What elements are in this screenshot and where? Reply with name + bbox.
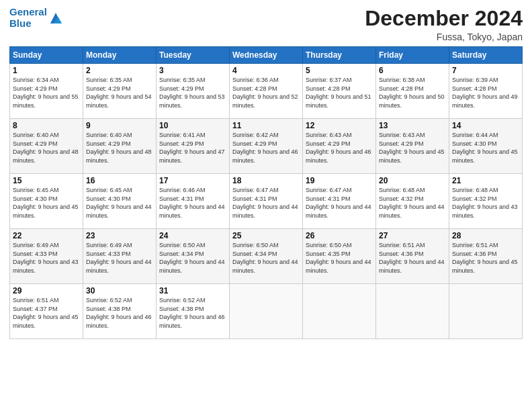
logo-blue: Blue xyxy=(9,17,32,29)
calendar-header-row: Sunday Monday Tuesday Wednesday Thursday… xyxy=(10,47,523,64)
day-info: Sunrise: 6:51 AMSunset: 4:37 PMDaylight:… xyxy=(13,297,79,329)
table-row: 16 Sunrise: 6:45 AMSunset: 4:30 PMDaylig… xyxy=(83,174,157,229)
day-info: Sunrise: 6:45 AMSunset: 4:30 PMDaylight:… xyxy=(86,187,152,219)
table-row: 11 Sunrise: 6:42 AMSunset: 4:29 PMDaylig… xyxy=(230,119,303,174)
day-number: 20 xyxy=(379,176,446,185)
table-row: 28 Sunrise: 6:51 AMSunset: 4:36 PMDaylig… xyxy=(449,229,523,284)
day-number: 14 xyxy=(452,121,519,130)
col-monday: Monday xyxy=(83,47,157,64)
day-info: Sunrise: 6:43 AMSunset: 4:29 PMDaylight:… xyxy=(379,132,445,164)
table-row: 3 Sunrise: 6:35 AMSunset: 4:29 PMDayligh… xyxy=(157,64,230,119)
table-row: 22 Sunrise: 6:49 AMSunset: 4:33 PMDaylig… xyxy=(10,229,83,284)
logo-general: General xyxy=(9,6,47,17)
day-info: Sunrise: 6:48 AMSunset: 4:32 PMDaylight:… xyxy=(452,187,518,219)
day-info: Sunrise: 6:49 AMSunset: 4:33 PMDaylight:… xyxy=(13,242,79,274)
day-number: 11 xyxy=(232,121,300,130)
day-info: Sunrise: 6:46 AMSunset: 4:31 PMDaylight:… xyxy=(159,187,225,219)
table-row: 1 Sunrise: 6:34 AMSunset: 4:29 PMDayligh… xyxy=(10,64,83,119)
table-row xyxy=(230,284,303,339)
day-info: Sunrise: 6:34 AMSunset: 4:29 PMDaylight:… xyxy=(13,77,79,109)
day-number: 27 xyxy=(379,231,446,240)
table-row: 14 Sunrise: 6:44 AMSunset: 4:30 PMDaylig… xyxy=(449,119,523,174)
day-info: Sunrise: 6:41 AMSunset: 4:29 PMDaylight:… xyxy=(159,132,225,164)
day-number: 19 xyxy=(306,176,373,185)
day-info: Sunrise: 6:47 AMSunset: 4:31 PMDaylight:… xyxy=(306,187,371,219)
location: Fussa, Tokyo, Japan xyxy=(365,32,523,42)
day-info: Sunrise: 6:40 AMSunset: 4:29 PMDaylight:… xyxy=(13,132,79,164)
day-number: 30 xyxy=(86,286,153,295)
table-row: 24 Sunrise: 6:50 AMSunset: 4:34 PMDaylig… xyxy=(157,229,230,284)
table-row: 18 Sunrise: 6:47 AMSunset: 4:31 PMDaylig… xyxy=(230,174,303,229)
calendar-week-row: 22 Sunrise: 6:49 AMSunset: 4:33 PMDaylig… xyxy=(10,229,523,284)
table-row: 12 Sunrise: 6:43 AMSunset: 4:29 PMDaylig… xyxy=(303,119,376,174)
day-info: Sunrise: 6:35 AMSunset: 4:29 PMDaylight:… xyxy=(86,77,152,109)
title-block: December 2024 Fussa, Tokyo, Japan xyxy=(365,7,523,42)
table-row: 30 Sunrise: 6:52 AMSunset: 4:38 PMDaylig… xyxy=(83,284,157,339)
day-info: Sunrise: 6:43 AMSunset: 4:29 PMDaylight:… xyxy=(306,132,371,164)
table-row xyxy=(303,284,376,339)
month-title: December 2024 xyxy=(365,7,523,30)
day-info: Sunrise: 6:45 AMSunset: 4:30 PMDaylight:… xyxy=(13,187,79,219)
table-row: 7 Sunrise: 6:39 AMSunset: 4:28 PMDayligh… xyxy=(449,64,523,119)
day-info: Sunrise: 6:38 AMSunset: 4:28 PMDaylight:… xyxy=(379,77,445,109)
table-row xyxy=(376,284,449,339)
day-info: Sunrise: 6:36 AMSunset: 4:28 PMDaylight:… xyxy=(232,77,298,109)
day-number: 16 xyxy=(86,176,153,185)
logo: General Blue xyxy=(9,7,63,29)
day-number: 4 xyxy=(232,66,300,75)
calendar-week-row: 1 Sunrise: 6:34 AMSunset: 4:29 PMDayligh… xyxy=(10,64,523,119)
day-info: Sunrise: 6:50 AMSunset: 4:35 PMDaylight:… xyxy=(306,242,371,274)
day-info: Sunrise: 6:39 AMSunset: 4:28 PMDaylight:… xyxy=(452,77,518,109)
day-info: Sunrise: 6:42 AMSunset: 4:29 PMDaylight:… xyxy=(232,132,298,164)
table-row: 23 Sunrise: 6:49 AMSunset: 4:33 PMDaylig… xyxy=(83,229,157,284)
day-info: Sunrise: 6:52 AMSunset: 4:38 PMDaylight:… xyxy=(86,297,152,329)
table-row: 21 Sunrise: 6:48 AMSunset: 4:32 PMDaylig… xyxy=(449,174,523,229)
day-info: Sunrise: 6:47 AMSunset: 4:31 PMDaylight:… xyxy=(232,187,298,219)
table-row xyxy=(449,284,523,339)
table-row: 8 Sunrise: 6:40 AMSunset: 4:29 PMDayligh… xyxy=(10,119,83,174)
day-number: 9 xyxy=(86,121,153,130)
day-number: 18 xyxy=(232,176,300,185)
day-info: Sunrise: 6:50 AMSunset: 4:34 PMDaylight:… xyxy=(159,242,225,274)
col-wednesday: Wednesday xyxy=(230,47,303,64)
table-row: 29 Sunrise: 6:51 AMSunset: 4:37 PMDaylig… xyxy=(10,284,83,339)
table-row: 15 Sunrise: 6:45 AMSunset: 4:30 PMDaylig… xyxy=(10,174,83,229)
col-friday: Friday xyxy=(376,47,449,64)
day-number: 28 xyxy=(452,231,519,240)
table-row: 27 Sunrise: 6:51 AMSunset: 4:36 PMDaylig… xyxy=(376,229,449,284)
col-thursday: Thursday xyxy=(303,47,376,64)
day-info: Sunrise: 6:50 AMSunset: 4:34 PMDaylight:… xyxy=(232,242,298,274)
day-number: 12 xyxy=(306,121,373,130)
table-row: 19 Sunrise: 6:47 AMSunset: 4:31 PMDaylig… xyxy=(303,174,376,229)
day-info: Sunrise: 6:51 AMSunset: 4:36 PMDaylight:… xyxy=(452,242,518,274)
day-number: 29 xyxy=(13,286,80,295)
day-number: 26 xyxy=(306,231,373,240)
day-info: Sunrise: 6:44 AMSunset: 4:30 PMDaylight:… xyxy=(452,132,518,164)
calendar-table: Sunday Monday Tuesday Wednesday Thursday… xyxy=(9,46,523,339)
day-number: 25 xyxy=(232,231,300,240)
day-number: 17 xyxy=(159,176,226,185)
table-row: 17 Sunrise: 6:46 AMSunset: 4:31 PMDaylig… xyxy=(157,174,230,229)
day-info: Sunrise: 6:51 AMSunset: 4:36 PMDaylight:… xyxy=(379,242,445,274)
day-number: 3 xyxy=(159,66,226,75)
table-row: 20 Sunrise: 6:48 AMSunset: 4:32 PMDaylig… xyxy=(376,174,449,229)
day-number: 7 xyxy=(452,66,519,75)
day-info: Sunrise: 6:37 AMSunset: 4:28 PMDaylight:… xyxy=(306,77,371,109)
day-number: 13 xyxy=(379,121,446,130)
col-sunday: Sunday xyxy=(10,47,83,64)
day-number: 5 xyxy=(306,66,373,75)
day-number: 22 xyxy=(13,231,80,240)
table-row: 10 Sunrise: 6:41 AMSunset: 4:29 PMDaylig… xyxy=(157,119,230,174)
day-info: Sunrise: 6:52 AMSunset: 4:38 PMDaylight:… xyxy=(159,297,225,329)
logo-icon xyxy=(48,11,63,26)
calendar-container: General Blue December 2024 Fussa, Tokyo,… xyxy=(0,0,532,345)
day-info: Sunrise: 6:48 AMSunset: 4:32 PMDaylight:… xyxy=(379,187,445,219)
day-number: 6 xyxy=(379,66,446,75)
day-number: 21 xyxy=(452,176,519,185)
day-number: 24 xyxy=(159,231,226,240)
col-tuesday: Tuesday xyxy=(157,47,230,64)
calendar-week-row: 8 Sunrise: 6:40 AMSunset: 4:29 PMDayligh… xyxy=(10,119,523,174)
table-row: 2 Sunrise: 6:35 AMSunset: 4:29 PMDayligh… xyxy=(83,64,157,119)
table-row: 6 Sunrise: 6:38 AMSunset: 4:28 PMDayligh… xyxy=(376,64,449,119)
table-row: 13 Sunrise: 6:43 AMSunset: 4:29 PMDaylig… xyxy=(376,119,449,174)
